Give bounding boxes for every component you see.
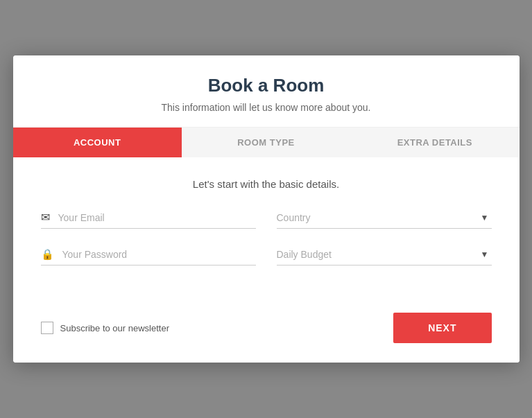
password-input[interactable] [62,249,256,260]
modal-title: Book a Room [34,75,499,96]
email-input[interactable] [58,212,256,223]
form-row-2: Daily Budget ▼ [41,248,492,265]
tab-room-type[interactable]: ROOM TYPE [182,128,350,157]
modal-subtitle: This information will let us know more a… [34,102,499,113]
modal-header: Book a Room This information will let us… [13,55,520,127]
envelope-icon [41,211,50,224]
tab-account[interactable]: ACCOUNT [13,128,182,157]
lock-icon [41,248,54,261]
country-select-wrapper: Country ▼ [277,211,492,229]
booking-modal: Book a Room This information will let us… [13,55,520,363]
daily-budget-select-wrapper: Daily Budget ▼ [277,248,492,265]
form-row-1: Country ▼ [41,211,492,229]
password-field-wrapper [41,248,256,265]
newsletter-label[interactable]: Subscribe to our newsletter [41,322,170,334]
email-field-wrapper [41,211,256,229]
form-area: Let's start with the basic details. Coun… [13,157,520,299]
newsletter-text: Subscribe to our newsletter [60,323,170,333]
newsletter-checkbox[interactable] [41,322,53,334]
tabs-container: ACCOUNT ROOM TYPE EXTRA DETAILS [13,127,520,157]
modal-footer: Subscribe to our newsletter NEXT [13,299,520,363]
tab-extra-details[interactable]: EXTRA DETAILS [350,128,519,157]
form-intro: Let's start with the basic details. [41,178,492,190]
daily-budget-select[interactable]: Daily Budget [277,249,492,260]
next-button[interactable]: NEXT [393,313,491,343]
country-select[interactable]: Country [277,212,492,223]
